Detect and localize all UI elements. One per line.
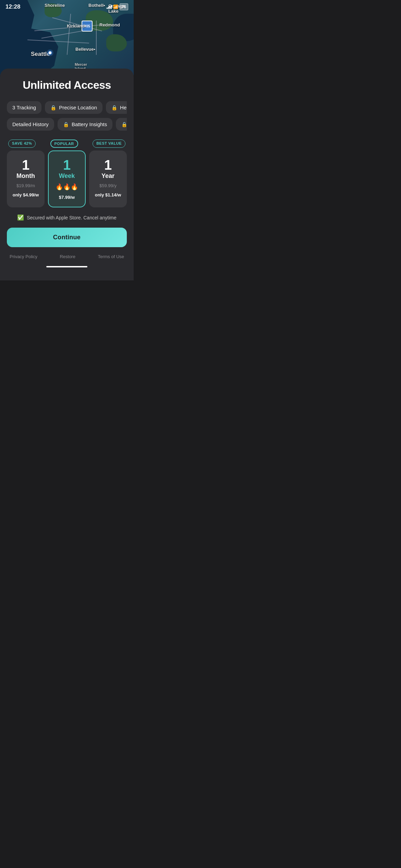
badge-best-value: BEST VALUE	[93, 140, 125, 148]
lock-icon: 🔒	[50, 105, 56, 110]
badge-popular: POPULAR	[50, 140, 78, 148]
card-year-unit: Year	[101, 172, 114, 180]
pricing-card-month[interactable]: 1 Month $19.99/m only $4.99/w	[7, 150, 45, 207]
signal-bars-icon	[107, 5, 112, 9]
card-year-number: 1	[104, 158, 112, 172]
feature-battery: 🔒 Battery Insights	[58, 118, 112, 131]
status-icons: 📶 76	[107, 3, 128, 10]
card-month-unit: Month	[16, 172, 35, 180]
location-pin	[48, 51, 52, 55]
feature-tracking: 3 Tracking	[7, 101, 41, 114]
footer-links: Privacy Policy Restore Terms of Use	[7, 254, 127, 259]
pricing-card-week[interactable]: 1 Week 🔥🔥🔥 $7.99/w	[48, 150, 86, 207]
card-year-price: $59.99/y	[99, 183, 117, 188]
status-time: 12:28	[5, 3, 20, 10]
lock-icon-3: 🔒	[63, 122, 69, 127]
badge-save: SAVE 42%	[8, 140, 36, 148]
page-title: Unlimited Access	[7, 79, 127, 92]
terms-link[interactable]: Terms of Use	[98, 254, 124, 259]
continue-button[interactable]: Continue	[7, 228, 127, 247]
home-indicator	[46, 266, 87, 267]
wifi-icon: 📶	[113, 4, 118, 9]
pricing-card-year[interactable]: 1 Year $59.99/y only $1.14/w	[89, 150, 127, 207]
feature-history-label: Detailed History	[12, 121, 49, 127]
city-label-redmond: Redmond	[99, 22, 120, 27]
features-row-2: Detailed History 🔒 Battery Insights 🔒 30…	[7, 118, 127, 131]
security-check-icon: ✅	[17, 214, 24, 221]
feature-location: 🔒 Precise Location	[45, 101, 102, 114]
restore-link[interactable]: Restore	[60, 254, 75, 259]
lock-icon-4: 🔒	[121, 122, 127, 127]
feature-30day: 🔒 30-Day	[116, 118, 127, 131]
card-week-fire: 🔥🔥🔥	[56, 183, 78, 191]
pricing-section: SAVE 42% POPULAR BEST VALUE 1 Month $19.…	[7, 140, 127, 207]
city-label-bellevue: Bellevue•	[75, 47, 95, 52]
city-label-kirkland: Kirkland•	[67, 23, 86, 28]
features-row-1: 3 Tracking 🔒 Precise Location 🔒 Headphon…	[7, 101, 127, 114]
lock-icon-2: 🔒	[111, 105, 117, 110]
security-line: ✅ Secured with Apple Store. Cancel anyti…	[7, 214, 127, 221]
feature-headphones: 🔒 Headphones	[106, 101, 127, 114]
privacy-policy-link[interactable]: Privacy Policy	[10, 254, 37, 259]
security-text: Secured with Apple Store. Cancel anytime	[27, 215, 116, 220]
content-section: Unlimited Access 3 Tracking 🔒 Precise Lo…	[0, 69, 134, 280]
card-week-weekly: $7.99/w	[59, 195, 75, 200]
feature-headphones-label: Headphones	[120, 105, 127, 110]
card-year-weekly: only $1.14/w	[95, 192, 121, 197]
pricing-labels: SAVE 42% POPULAR BEST VALUE	[7, 140, 127, 148]
feature-battery-label: Battery Insights	[72, 121, 107, 127]
card-month-price: $19.99/m	[16, 183, 35, 188]
pricing-cards: 1 Month $19.99/m only $4.99/w 1 Week 🔥🔥🔥…	[7, 150, 127, 207]
card-week-number: 1	[63, 158, 71, 172]
feature-location-label: Precise Location	[59, 105, 97, 110]
card-month-weekly: only $4.99/w	[13, 192, 39, 197]
map-view: 405 Shoreline Bothell• Cottage Lake Kirk…	[0, 0, 134, 75]
status-bar: 12:28 📶 76	[0, 3, 134, 10]
city-label-seattle: Seattle	[31, 51, 50, 58]
feature-tracking-label: 3 Tracking	[12, 105, 36, 110]
feature-history: Detailed History	[7, 118, 54, 131]
card-week-unit: Week	[59, 172, 75, 180]
battery-indicator: 76	[120, 3, 128, 10]
card-month-number: 1	[22, 158, 29, 172]
